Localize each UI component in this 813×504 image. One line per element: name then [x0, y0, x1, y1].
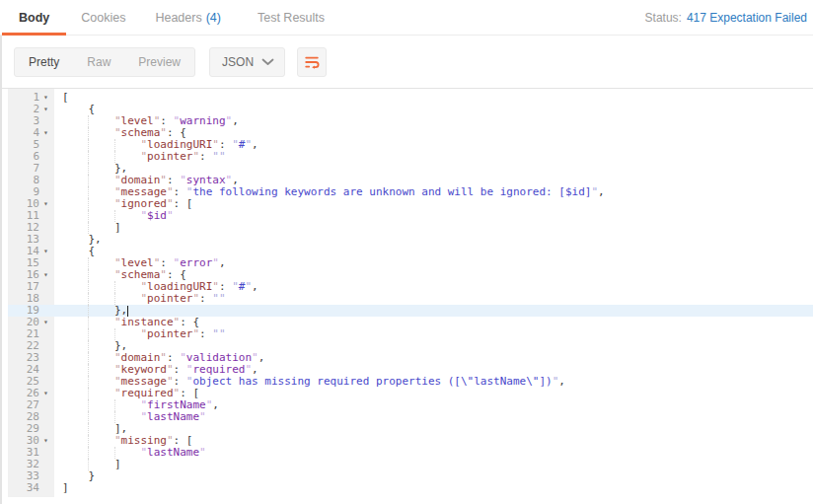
code-line[interactable]: ]	[54, 222, 813, 234]
fold-arrow-icon[interactable]: ▾	[43, 92, 54, 104]
fold-arrow-icon[interactable]: ▾	[43, 246, 54, 257]
token: pointer	[147, 292, 192, 305]
fold-arrow-icon[interactable]: ▾	[43, 269, 54, 281]
gutter-row: 34	[8, 482, 54, 494]
token: ,	[598, 185, 605, 198]
code-line[interactable]: "$id"	[54, 210, 813, 222]
token: "	[167, 209, 174, 222]
code-line[interactable]: "pointer": ""	[54, 293, 813, 305]
line-number: 34	[8, 482, 43, 494]
fold-spacer	[43, 257, 54, 269]
view-mode-switcher: Pretty Raw Preview	[14, 47, 195, 77]
fold-spacer	[43, 411, 54, 423]
fold-spacer	[43, 115, 54, 127]
token: lastName	[147, 410, 199, 423]
tab-cookies-label: Cookies	[81, 11, 125, 25]
fold-spacer	[43, 210, 54, 222]
editor-code[interactable]: [ { "level": "warning", "schema": { "loa…	[54, 89, 813, 497]
code-line[interactable]: "pointer": ""	[54, 328, 813, 340]
token: ,	[558, 375, 565, 388]
tab-test-results-label: Test Results	[258, 11, 325, 25]
gutter-row: 3	[8, 115, 54, 127]
tab-cookies[interactable]: Cookies	[70, 0, 136, 35]
token: "	[232, 138, 239, 151]
code-line[interactable]: },	[54, 234, 813, 246]
token: ,	[259, 351, 265, 364]
wrap-lines-icon	[304, 54, 320, 70]
fold-spacer	[43, 305, 54, 317]
headers-count-badge: (4)	[206, 11, 221, 25]
code-line[interactable]: "pointer": ""	[54, 151, 813, 163]
fold-spacer	[43, 470, 54, 482]
tab-body[interactable]: Body	[2, 0, 66, 35]
fold-arrow-icon[interactable]: ▾	[43, 435, 54, 447]
code-line[interactable]: [	[54, 92, 813, 104]
view-raw-button[interactable]: Raw	[73, 48, 124, 76]
gutter-row: 5	[8, 139, 54, 151]
view-pretty-button[interactable]: Pretty	[15, 48, 73, 76]
fold-spacer	[43, 175, 54, 186]
token: "	[232, 280, 239, 293]
token: ,	[212, 398, 219, 411]
fold-spacer	[43, 423, 54, 435]
tab-headers[interactable]: Headers (4)	[144, 0, 232, 35]
token: :	[199, 327, 206, 340]
token: ,	[219, 256, 226, 269]
status-label: Status:	[645, 11, 682, 25]
fold-spacer	[43, 447, 54, 459]
format-dropdown[interactable]: JSON	[209, 47, 285, 77]
fold-spacer	[43, 459, 54, 470]
gutter-row: 4▾	[8, 127, 54, 139]
fold-arrow-icon[interactable]: ▾	[43, 317, 54, 328]
fold-spacer	[43, 340, 54, 352]
fold-arrow-icon[interactable]: ▾	[43, 388, 54, 399]
code-line[interactable]: "lastName"	[54, 411, 813, 423]
gutter-row: 7	[8, 163, 54, 175]
editor-gutter: 1▾2▾34▾5678910▾11121314▾1516▾17181920▾21…	[8, 89, 54, 497]
fold-spacer	[43, 281, 54, 293]
gutter-row: 2▾	[8, 104, 54, 115]
fold-arrow-icon[interactable]: ▾	[43, 104, 54, 115]
code-line[interactable]: ]	[54, 459, 813, 470]
token: pointer	[147, 327, 192, 340]
code-line[interactable]: }	[54, 470, 813, 482]
token: $id	[147, 209, 167, 222]
token: ,	[252, 280, 259, 293]
token: :	[199, 292, 206, 305]
wrap-lines-button[interactable]	[297, 47, 327, 77]
format-dropdown-value: JSON	[222, 55, 254, 69]
response-tab-bar: Body Cookies Headers (4) Test Results St…	[0, 0, 813, 36]
fold-spacer	[43, 151, 54, 163]
fold-spacer	[43, 139, 54, 151]
code-line[interactable]: ]	[54, 482, 813, 494]
tab-test-results[interactable]: Test Results	[247, 0, 335, 35]
body-view-toolbar: Pretty Raw Preview JSON	[0, 36, 813, 88]
token: "	[219, 150, 226, 163]
token: warning	[180, 114, 225, 127]
fold-spacer	[43, 186, 54, 198]
token: ,	[232, 114, 239, 127]
view-preview-button[interactable]: Preview	[124, 48, 194, 76]
token: "	[212, 292, 219, 305]
token: lastName	[147, 446, 199, 459]
token: ]	[62, 481, 69, 494]
response-body-editor: 1▾2▾34▾5678910▾11121314▾1516▾17181920▾21…	[0, 88, 813, 503]
code-line[interactable]: "lastName"	[54, 447, 813, 459]
gutter-row: 6	[8, 151, 54, 163]
fold-spacer	[43, 376, 54, 388]
pane-divider	[0, 0, 2, 504]
fold-arrow-icon[interactable]: ▾	[43, 127, 54, 139]
tab-headers-label: Headers	[155, 11, 201, 25]
fold-arrow-icon[interactable]: ▾	[43, 198, 54, 210]
fold-spacer	[43, 482, 54, 494]
gutter-row: 8	[8, 175, 54, 186]
fold-spacer	[43, 399, 54, 411]
fold-spacer	[43, 364, 54, 376]
status-code-link[interactable]: 417 Expectation Failed	[687, 11, 807, 25]
fold-spacer	[43, 222, 54, 234]
token: "	[212, 327, 219, 340]
fold-spacer	[43, 352, 54, 364]
token: the following keywords are unknown and w…	[192, 185, 591, 198]
token: pointer	[147, 150, 192, 163]
token: "	[199, 410, 206, 423]
